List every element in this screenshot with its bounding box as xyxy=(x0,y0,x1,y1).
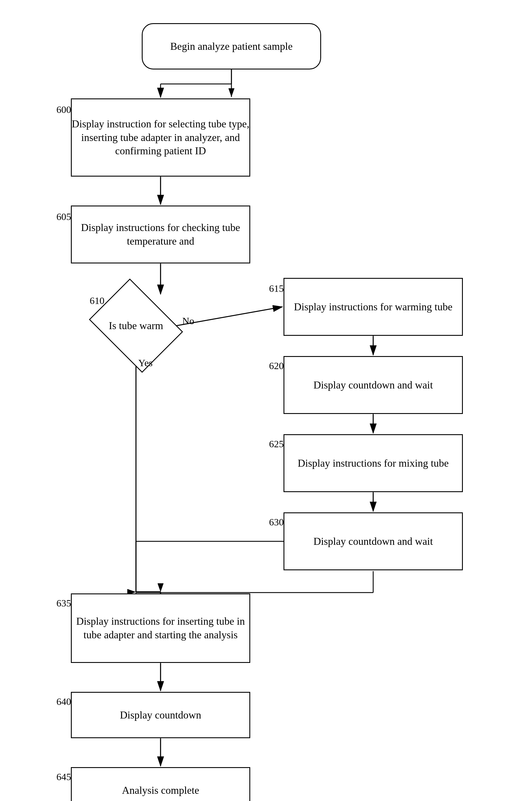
yes-label: Yes xyxy=(138,358,152,368)
node-600: Display instruction for selecting tube t… xyxy=(71,98,250,177)
node-605-text: Display instructions for checking tube t… xyxy=(72,221,249,248)
label-640: 640 xyxy=(56,696,71,707)
node-625-text: Display instructions for mixing tube xyxy=(298,456,449,470)
node-645-text: Analysis complete xyxy=(122,784,199,797)
node-640: Display countdown xyxy=(71,692,250,738)
label-635: 635 xyxy=(56,598,71,609)
node-615: Display instructions for warming tube xyxy=(284,278,463,336)
start-label: Begin analyze patient sample xyxy=(170,40,293,53)
node-610-diamond: Is tube warm xyxy=(95,295,176,356)
node-620: Display countdown and wait xyxy=(284,356,463,414)
diamond-610-text: Is tube warm xyxy=(109,319,163,333)
start-node: Begin analyze patient sample xyxy=(142,23,321,70)
label-600: 600 xyxy=(56,104,71,115)
node-635-text: Display instructions for inserting tube … xyxy=(72,615,249,642)
label-645: 645 xyxy=(56,771,71,782)
label-625: 625 xyxy=(269,439,284,450)
node-615-text: Display instructions for warming tube xyxy=(294,300,453,314)
node-640-text: Display countdown xyxy=(120,708,201,722)
label-605: 605 xyxy=(56,211,71,222)
node-645: Analysis complete xyxy=(71,767,250,801)
label-615: 615 xyxy=(269,283,284,294)
label-620: 620 xyxy=(269,360,284,371)
node-625: Display instructions for mixing tube xyxy=(284,434,463,492)
no-label: No xyxy=(182,315,194,327)
node-630-text: Display countdown and wait xyxy=(314,535,433,548)
node-635: Display instructions for inserting tube … xyxy=(71,594,250,663)
node-600-text: Display instruction for selecting tube t… xyxy=(72,117,249,158)
label-630: 630 xyxy=(269,517,284,528)
node-605: Display instructions for checking tube t… xyxy=(71,205,250,263)
node-630: Display countdown and wait xyxy=(284,512,463,570)
diagram-container: Begin analyze patient sample 600 Display… xyxy=(0,0,532,801)
node-620-text: Display countdown and wait xyxy=(314,378,433,392)
